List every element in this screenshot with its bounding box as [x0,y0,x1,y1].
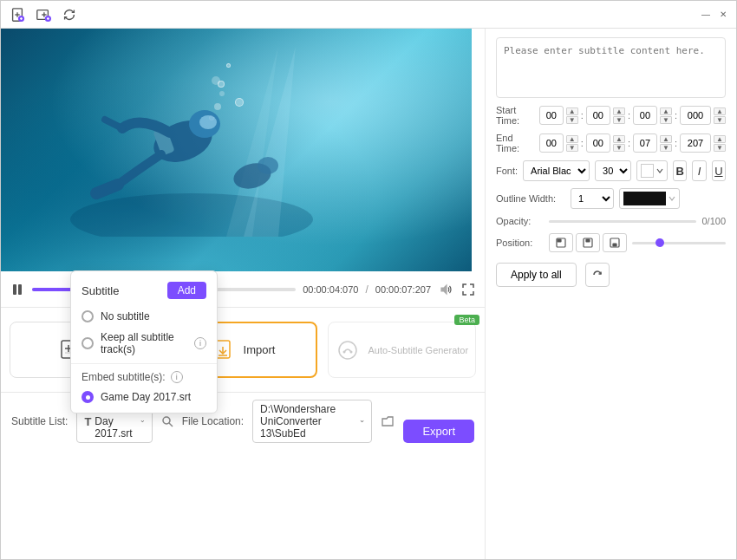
pause-button[interactable] [10,282,25,297]
add-button[interactable]: Add [167,282,206,299]
svg-point-34 [163,417,170,424]
game-day-label: Game Day 2017.srt [101,391,191,403]
diver-svg [70,46,313,237]
export-button[interactable]: Export [403,420,474,443]
end-ms[interactable] [680,133,711,153]
opacity-slider[interactable] [549,220,696,223]
end-hour-down[interactable]: ▼ [566,144,578,152]
main-content: 00:00:04:070 / 00:00:07:207 [1,29,736,559]
title-bar-right: — ✕ [700,9,729,21]
video-background [1,29,472,271]
svg-rect-41 [613,244,616,246]
t-icon: T [84,415,91,428]
svg-line-35 [169,423,173,427]
svg-rect-23 [18,284,22,295]
position-label: Position: [496,238,544,248]
embed-label: Embed subtitle(s): [82,371,166,383]
svg-point-15 [199,115,217,129]
position-top-left[interactable] [549,233,573,252]
keep-all-subtitle-option[interactable]: Keep all subtitle track(s) i [71,327,217,360]
end-sec-up[interactable]: ▲ [660,135,672,143]
start-sec-down[interactable]: ▼ [660,116,672,124]
start-ms-up[interactable]: ▲ [714,107,726,115]
end-hour-up[interactable]: ▲ [566,135,578,143]
end-sec-down[interactable]: ▼ [660,144,672,152]
opacity-label: Opacity: [496,216,544,226]
end-second-spinner: ▲ ▼ [660,135,672,152]
end-second[interactable] [633,133,657,153]
outline-color-box [623,192,666,205]
italic-button[interactable]: I [692,160,706,181]
bold-button[interactable]: B [673,160,687,181]
start-sec-up[interactable]: ▲ [660,107,672,115]
title-bar: — ✕ [1,1,736,29]
start-ms-down[interactable]: ▼ [714,116,726,124]
main-window: — ✕ [0,0,737,560]
start-second-spinner: ▲ ▼ [660,107,672,124]
folder-button[interactable] [381,411,395,432]
dropdown-title: Subtitle [82,284,119,297]
search-button[interactable] [161,411,173,432]
underline-button[interactable]: U [712,160,726,181]
color-dropdown-icon [656,167,663,174]
refresh-button[interactable] [585,263,610,287]
font-row: Font: Arial Blac 30 B I U [496,160,726,181]
end-time-label: End Time: [496,133,534,153]
position-bottom-center[interactable] [603,233,627,252]
close-button[interactable]: ✕ [717,9,729,21]
start-min-down[interactable]: ▼ [613,116,625,124]
new-tab-icon[interactable] [34,5,53,24]
embed-info-icon[interactable]: i [171,371,183,383]
start-hour-spinner: ▲ ▼ [566,107,578,124]
time-total: 00:00:07:207 [375,284,431,295]
end-time-row: End Time: ▲ ▼ : ▲ ▼ : ▲ [496,133,726,153]
end-ms-down[interactable]: ▼ [714,144,726,152]
position-slider[interactable] [632,242,726,244]
fullscreen-icon[interactable] [460,282,476,297]
refresh-icon[interactable] [60,5,79,24]
end-min-down[interactable]: ▼ [613,144,625,152]
keep-all-info-icon[interactable]: i [194,337,206,349]
position-top-center[interactable] [576,233,600,252]
keep-all-radio[interactable] [82,337,94,349]
outline-color-swatch[interactable] [619,188,680,209]
end-ms-up[interactable]: ▲ [714,135,726,143]
outline-width-label: Outline Width: [496,193,565,204]
dropdown-divider [71,363,217,364]
svg-point-32 [342,350,345,353]
new-file-icon[interactable] [8,5,27,24]
font-color-swatch[interactable] [636,160,668,181]
file-location-select[interactable]: D:\Wondershare UniConverter 13\SubEd [252,400,372,443]
start-hour[interactable] [539,106,564,125]
font-size-select[interactable]: 30 [595,160,631,181]
embed-label-row: Embed subtitle(s): i [71,368,217,387]
end-hour[interactable] [539,133,564,153]
no-subtitle-radio[interactable] [82,310,94,322]
time-separator: / [365,283,368,296]
minimize-button[interactable]: — [700,9,712,21]
game-day-radio[interactable] [82,391,94,403]
font-color-box [641,164,654,178]
path-chevron-icon [360,417,364,426]
end-min-up[interactable]: ▲ [613,135,625,143]
auto-subtitle-button[interactable]: Auto-Subtitle Generator [328,322,476,378]
font-family-select[interactable]: Arial Blac [523,160,590,181]
end-time-inputs: ▲ ▼ : ▲ ▼ : ▲ ▼ : [539,133,726,153]
end-ms-spinner: ▲ ▼ [714,135,726,152]
beta-badge: Beta [454,315,479,325]
subtitle-list-bar: Subtitle List: T Game Day 2017.srt File … [1,392,485,450]
start-ms[interactable] [680,106,711,125]
volume-icon[interactable] [438,282,453,297]
game-day-item[interactable]: Game Day 2017.srt [71,387,217,407]
position-row: Position: [496,233,726,252]
no-subtitle-option[interactable]: No subtitle [71,306,217,327]
subtitle-textarea[interactable] [496,37,726,98]
start-hour-up[interactable]: ▲ [566,107,578,115]
start-hour-down[interactable]: ▼ [566,116,578,124]
start-minute[interactable] [586,106,610,125]
start-second[interactable] [633,106,657,125]
apply-all-button[interactable]: Apply to all [496,263,577,287]
end-minute[interactable] [586,133,610,153]
start-min-up[interactable]: ▲ [613,107,625,115]
outline-width-select[interactable]: 1 [571,188,614,209]
